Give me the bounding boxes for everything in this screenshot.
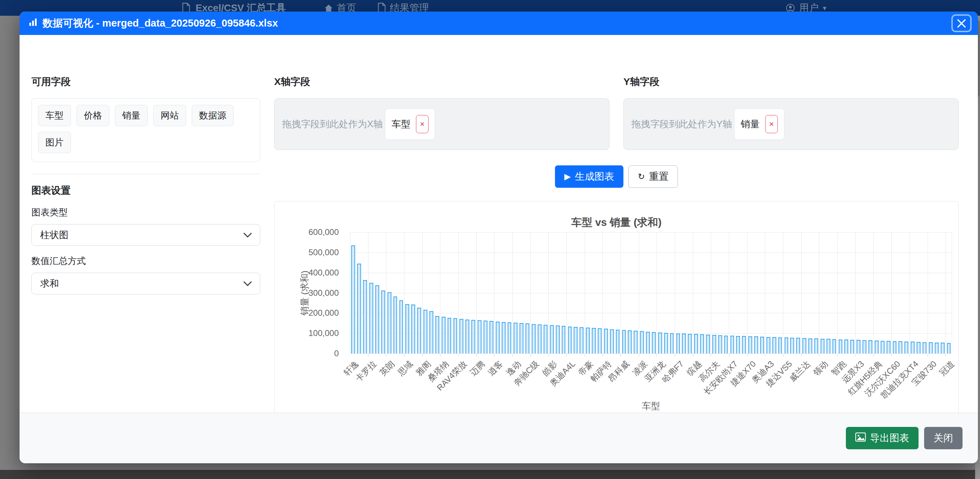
modal-title-text: 数据可视化 - merged_data_20250926_095846.xlsx <box>43 16 278 30</box>
bar <box>911 342 915 353</box>
bar <box>766 337 770 353</box>
bar <box>815 338 818 353</box>
remove-x-field-button[interactable]: × <box>416 115 428 133</box>
bar <box>706 335 710 353</box>
bar <box>772 337 776 353</box>
y-tick-label: 0 <box>334 348 339 358</box>
play-icon: ▶ <box>565 172 571 182</box>
x-axis-heading: X轴字段 <box>274 75 609 88</box>
bar <box>580 327 584 353</box>
field-chip[interactable]: 图片 <box>38 132 71 153</box>
data-visualization-modal: 数据可视化 - merged_data_20250926_095846.xlsx… <box>19 11 978 463</box>
bar <box>857 340 861 353</box>
y-tick-label: 400,000 <box>309 268 339 278</box>
fields-panel: 可用字段 车型价格销量网站数据源图片 图表设置 图表类型 柱状图 数值汇总方式 … <box>32 75 260 294</box>
page-footer <box>0 470 980 479</box>
field-chip[interactable]: 价格 <box>76 105 109 126</box>
x-tick-label: 逍客 <box>485 358 505 378</box>
bar <box>436 316 439 353</box>
bar <box>490 321 493 353</box>
close-icon[interactable] <box>951 14 972 32</box>
bar <box>718 335 722 353</box>
bar <box>514 323 518 353</box>
field-chip[interactable]: 销量 <box>115 105 148 126</box>
bar <box>796 338 800 353</box>
chevron-down-icon <box>243 278 252 289</box>
bar <box>508 323 511 353</box>
bar <box>598 328 602 353</box>
export-chart-button[interactable]: 导出图表 <box>846 427 918 449</box>
bar <box>700 334 704 353</box>
bar <box>453 318 457 353</box>
aggregation-select[interactable]: 求和 <box>32 273 260 294</box>
modal-body: 可用字段 车型价格销量网站数据源图片 图表设置 图表类型 柱状图 数值汇总方式 … <box>19 35 978 413</box>
x-axis-ticks: 轩逸卡罗拉英朗思域雅阁桑塔纳RAV4荣放迈腾逍客逸动奔驰C级皓影奥迪A4L帝豪帕… <box>350 353 952 396</box>
bar <box>604 329 608 353</box>
y-tick-label: 300,000 <box>309 288 339 298</box>
remove-y-field-button[interactable]: × <box>765 115 778 133</box>
bar <box>424 310 428 353</box>
field-chip[interactable]: 数据源 <box>192 105 234 126</box>
bar <box>406 304 409 353</box>
chart-type-select[interactable]: 柱状图 <box>32 224 260 246</box>
plot-area <box>350 232 952 353</box>
x-axis-dropzone[interactable]: 拖拽字段到此处作为X轴 车型 × <box>274 98 609 150</box>
x-tick-label: 思域 <box>395 358 415 378</box>
chart-type-label: 图表类型 <box>32 206 260 219</box>
bar <box>845 340 848 353</box>
bar <box>447 318 451 353</box>
bar <box>808 338 812 353</box>
chevron-down-icon <box>243 230 252 241</box>
bar <box>838 340 842 353</box>
y-axis-group: Y轴字段 拖拽字段到此处作为Y轴 销量 × <box>624 75 959 150</box>
bar <box>778 337 782 353</box>
bar <box>441 317 445 353</box>
bar <box>616 330 620 353</box>
caret-down-icon: ▾ <box>823 4 826 12</box>
bar <box>634 331 638 353</box>
bar <box>712 335 716 353</box>
x-axis-field-label: 车型 <box>391 118 410 131</box>
generate-chart-button[interactable]: ▶ 生成图表 <box>555 165 624 188</box>
bar <box>826 339 830 353</box>
available-fields-box: 车型价格销量网站数据源图片 <box>32 98 260 162</box>
chart-title: 车型 vs 销量 (求和) <box>275 216 958 230</box>
bar <box>791 338 794 353</box>
y-axis-field-label: 销量 <box>741 118 760 131</box>
bar <box>369 283 373 353</box>
bar <box>736 336 740 353</box>
bar <box>875 340 879 353</box>
y-axis-placeholder: 拖拽字段到此处作为Y轴 <box>632 118 732 131</box>
bar <box>471 320 475 353</box>
chart-builder: X轴字段 拖拽字段到此处作为X轴 车型 × Y轴字段 拖拽字段到此处作为Y <box>274 75 959 421</box>
bar <box>399 300 403 353</box>
bar <box>628 331 632 353</box>
field-chip[interactable]: 车型 <box>38 105 71 126</box>
y-axis-heading: Y轴字段 <box>624 75 959 88</box>
bar <box>940 343 944 353</box>
bar <box>929 342 933 353</box>
close-button[interactable]: 关闭 <box>924 427 963 449</box>
x-axis-group: X轴字段 拖拽字段到此处作为X轴 车型 × <box>274 75 609 150</box>
bar <box>676 334 680 353</box>
bar <box>478 320 482 353</box>
reset-button[interactable]: ↻ 重置 <box>628 165 678 188</box>
actions-row: ▶ 生成图表 ↻ 重置 <box>274 165 959 188</box>
bar <box>899 341 902 353</box>
bar <box>664 333 668 353</box>
bar <box>935 343 939 353</box>
bar <box>430 311 433 353</box>
bar <box>411 305 415 353</box>
image-icon <box>855 433 866 444</box>
generate-chart-label: 生成图表 <box>575 170 614 183</box>
divider <box>32 174 260 174</box>
bar <box>622 330 626 353</box>
field-chip[interactable]: 网站 <box>153 105 186 126</box>
x-axis-field-chip[interactable]: 车型 × <box>385 109 435 140</box>
bar <box>748 336 752 353</box>
y-axis-dropzone[interactable]: 拖拽字段到此处作为Y轴 销量 × <box>624 98 959 150</box>
y-axis-field-chip[interactable]: 销量 × <box>734 109 784 140</box>
reset-label: 重置 <box>649 170 668 183</box>
bar <box>688 334 692 353</box>
bar <box>892 341 897 353</box>
